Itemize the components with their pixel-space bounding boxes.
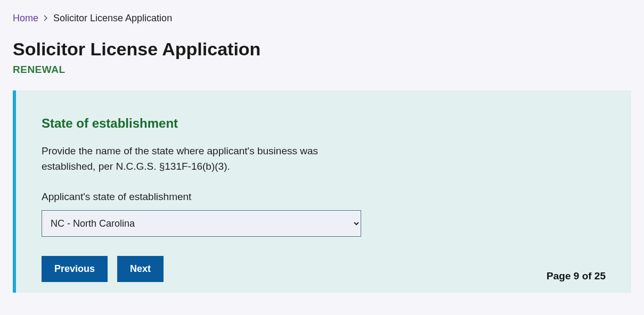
section-description: Provide the name of the state where appl… [42,144,366,174]
breadcrumb-home-link[interactable]: Home [13,13,38,24]
previous-button[interactable]: Previous [42,256,108,282]
state-field-label: Applicant's state of establishment [42,191,606,203]
page-indicator: Page 9 of 25 [547,270,606,282]
page-title: Solicitor License Application [13,39,631,60]
next-button[interactable]: Next [117,256,164,282]
page-subtitle: RENEWAL [13,64,631,76]
breadcrumb: Home Solicitor License Application [13,13,631,24]
state-select[interactable]: NC - North Carolina [42,210,361,237]
form-panel: State of establishment Provide the name … [13,90,631,293]
breadcrumb-current: Solicitor License Application [53,13,172,24]
section-title: State of establishment [42,116,606,131]
chevron-right-icon [44,14,48,23]
